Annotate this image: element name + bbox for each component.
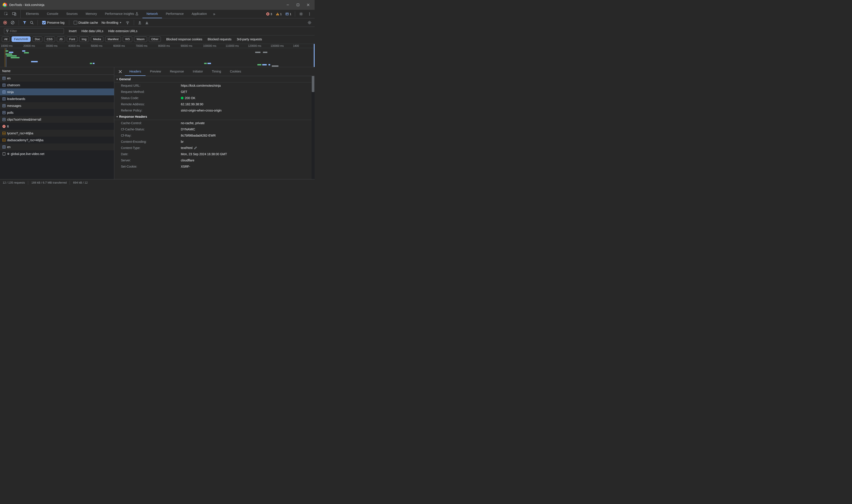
more-menu-icon[interactable] <box>306 11 313 17</box>
issues-counter[interactable]: 1 <box>284 12 293 16</box>
detail-tab-timing[interactable]: Timing <box>207 67 226 76</box>
header-key: Set-Cookie: <box>121 165 181 168</box>
document-icon <box>2 152 6 156</box>
header-value: 8c7bf66badad4282-EWR <box>181 134 216 137</box>
close-detail-button[interactable] <box>116 67 125 76</box>
device-toolbar-icon[interactable] <box>10 11 18 18</box>
gear-icon: ⚙ <box>7 152 10 156</box>
search-icon[interactable] <box>28 19 35 26</box>
clear-button[interactable] <box>9 19 16 26</box>
inspect-element-icon[interactable] <box>2 11 10 18</box>
tab-memory[interactable]: Memory <box>82 10 101 18</box>
tab-console[interactable]: Console <box>43 10 62 18</box>
request-row[interactable]: chatroom <box>0 82 114 88</box>
tab-performance[interactable]: Performance <box>162 10 188 18</box>
request-row[interactable]: dadsacademy?_rsc=46jba <box>0 137 114 143</box>
request-row[interactable]: messages <box>0 102 114 109</box>
timeline-bar <box>257 64 261 66</box>
header-value-text: 62.182.99.38:90 <box>181 103 203 106</box>
header-row: Status Code:200 OK <box>114 95 315 101</box>
network-conditions-icon[interactable] <box>124 19 132 26</box>
type-filter-img[interactable]: Img <box>79 36 89 42</box>
request-detail-panel: HeadersPreviewResponseInitiatorTimingCoo… <box>114 67 315 179</box>
checkbox-icon <box>42 21 46 24</box>
record-button[interactable] <box>1 19 9 26</box>
detail-tab-initiator[interactable]: Initiator <box>188 67 207 76</box>
request-row[interactable]: polls <box>0 109 114 116</box>
detail-tab-cookies[interactable]: Cookies <box>225 67 246 76</box>
upload-har-icon[interactable] <box>136 19 143 26</box>
type-filter-font[interactable]: Font <box>67 36 77 42</box>
section-title: Response Headers <box>119 115 147 119</box>
svg-rect-7 <box>286 13 289 15</box>
request-row[interactable]: ⚙global.poe.live-video.net <box>0 150 114 157</box>
preserve-log-checkbox[interactable]: Preserve log <box>40 21 67 24</box>
type-filter-doc[interactable]: Doc <box>32 36 42 42</box>
filter-input[interactable] <box>10 29 62 33</box>
tab-network[interactable]: Network <box>142 10 162 18</box>
section-header-general[interactable]: ▼General <box>114 76 315 83</box>
detail-tab-headers[interactable]: Headers <box>125 67 145 76</box>
request-list: Name enchatroomninjaleaderboardsmessages… <box>0 67 114 179</box>
more-tabs-icon[interactable]: » <box>211 10 218 18</box>
type-filter-ws[interactable]: WS <box>123 36 132 42</box>
disable-cache-checkbox[interactable]: Disable cache <box>71 21 100 24</box>
section-header-response-headers[interactable]: ▼Response Headers <box>114 113 315 120</box>
header-row: Remote Address:62.182.99.38:90 <box>114 101 315 107</box>
request-row[interactable]: tyceno?_rsc=46jba <box>0 130 114 137</box>
network-settings-icon[interactable] <box>306 19 313 26</box>
chrome-icon <box>3 3 7 7</box>
type-filter-manifest[interactable]: Manifest <box>105 36 121 42</box>
type-filter-fetch-xhr[interactable]: Fetch/XHR <box>12 36 31 42</box>
window-close-button[interactable] <box>303 0 313 10</box>
invert-checkbox[interactable]: Invert <box>67 29 76 33</box>
scrollbar-thumb[interactable] <box>312 76 314 92</box>
request-row[interactable]: 6 <box>0 123 114 130</box>
request-row[interactable]: leaderboards <box>0 95 114 102</box>
blocked-requests-checkbox[interactable]: Blocked requests <box>206 37 231 41</box>
detail-scrollbar[interactable] <box>312 76 315 179</box>
tab-sources[interactable]: Sources <box>62 10 82 18</box>
fetch-icon <box>2 76 6 80</box>
hide-extension-urls-checkbox[interactable]: Hide extension URLs <box>107 29 138 33</box>
timeline-tick: 80000 ms <box>157 44 180 48</box>
svg-point-10 <box>309 14 310 14</box>
svg-rect-2 <box>13 13 15 15</box>
issues-count: 1 <box>290 13 291 16</box>
edit-icon[interactable] <box>194 146 197 149</box>
third-party-requests-checkbox[interactable]: 3rd-party requests <box>236 37 262 41</box>
detail-tab-response[interactable]: Response <box>166 67 188 76</box>
type-filter-media[interactable]: Media <box>91 36 103 42</box>
header-row: Cf-Cache-Status:DYNAMIC <box>114 126 315 132</box>
type-filter-css[interactable]: CSS <box>44 36 55 42</box>
tab-application[interactable]: Application <box>188 10 211 18</box>
blocked-response-cookies-checkbox[interactable]: Blocked response cookies <box>165 37 202 41</box>
settings-icon[interactable] <box>297 11 305 17</box>
window-minimize-button[interactable] <box>283 0 293 10</box>
type-filter-js[interactable]: JS <box>57 36 65 42</box>
request-list-header[interactable]: Name <box>0 67 114 75</box>
timeline-bar <box>90 63 92 64</box>
type-filter-wasm[interactable]: Wasm <box>134 36 147 42</box>
detail-tab-preview[interactable]: Preview <box>145 67 166 76</box>
warnings-count: 1 <box>280 13 282 16</box>
request-row[interactable]: en <box>0 75 114 82</box>
type-filter-other[interactable]: Other <box>149 36 161 42</box>
type-filter-all[interactable]: All <box>2 36 10 42</box>
request-row[interactable]: ninja <box>0 88 114 95</box>
svg-point-16 <box>127 24 128 24</box>
tab-performance-insights[interactable]: Performance insights <box>101 10 143 18</box>
hide-data-urls-checkbox[interactable]: Hide data URLs <box>80 29 103 33</box>
tab-elements[interactable]: Elements <box>22 10 43 18</box>
request-row[interactable]: en <box>0 143 114 150</box>
warnings-counter[interactable]: 1 <box>275 12 283 16</box>
throttling-select[interactable]: No throttling <box>100 20 123 25</box>
download-har-icon[interactable] <box>143 19 151 26</box>
errors-counter[interactable]: 3 <box>265 12 273 16</box>
network-timeline[interactable]: 10000 ms20000 ms30000 ms40000 ms50000 ms… <box>0 44 315 67</box>
fetch-icon <box>2 118 6 121</box>
window-maximize-button[interactable] <box>293 0 303 10</box>
filter-toggle-icon[interactable] <box>21 19 28 26</box>
timeline-bar <box>272 66 278 67</box>
request-row[interactable]: clips?sort=view&time=all <box>0 116 114 123</box>
